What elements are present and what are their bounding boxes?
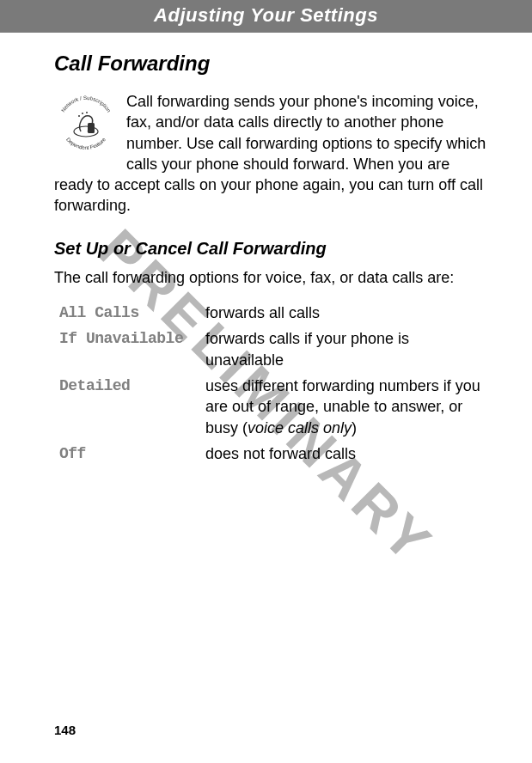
option-desc: forwards calls if your phone is unavaila…: [205, 326, 491, 373]
option-label: If Unavailable: [59, 326, 205, 373]
badge-top-text: Network / Subscription: [59, 95, 112, 113]
option-desc: uses different forwarding numbers if you…: [205, 373, 491, 441]
options-table: All Calls forwards all calls If Unavaila…: [59, 300, 491, 467]
option-note: voice calls only: [248, 419, 352, 436]
option-desc: forwards all calls: [205, 300, 491, 326]
option-label: Off: [59, 441, 205, 467]
intro-paragraph: Call forwarding sends your phone's incom…: [54, 91, 491, 217]
network-dependent-feature-icon: Network / Subscription Dependent Feature: [54, 93, 118, 156]
subsection-title: Set Up or Cancel Call Forwarding: [54, 239, 491, 259]
svg-text:Network / Subscription: Network / Subscription: [59, 95, 112, 113]
option-row: Detailed uses different forwarding numbe…: [59, 373, 491, 441]
svg-text:Dependent Feature: Dependent Feature: [65, 136, 107, 150]
option-row: All Calls forwards all calls: [59, 300, 491, 326]
page-content: Call Forwarding Network / Subscription D…: [0, 33, 532, 467]
svg-point-4: [78, 115, 80, 117]
option-label: All Calls: [59, 300, 205, 326]
option-row: Off does not forward calls: [59, 441, 491, 467]
page-number: 148: [54, 723, 76, 737]
subsection-intro: The call forwarding options for voice, f…: [54, 267, 491, 288]
chapter-header: Adjusting Your Settings: [0, 0, 532, 33]
option-label: Detailed: [59, 373, 205, 441]
svg-rect-3: [88, 123, 95, 133]
badge-bottom-text: Dependent Feature: [65, 136, 107, 150]
intro-block: Network / Subscription Dependent Feature…: [54, 91, 491, 223]
option-desc: does not forward calls: [205, 441, 491, 467]
svg-point-5: [82, 113, 83, 114]
svg-point-6: [86, 112, 88, 113]
section-title: Call Forwarding: [54, 52, 491, 76]
option-row: If Unavailable forwards calls if your ph…: [59, 326, 491, 373]
